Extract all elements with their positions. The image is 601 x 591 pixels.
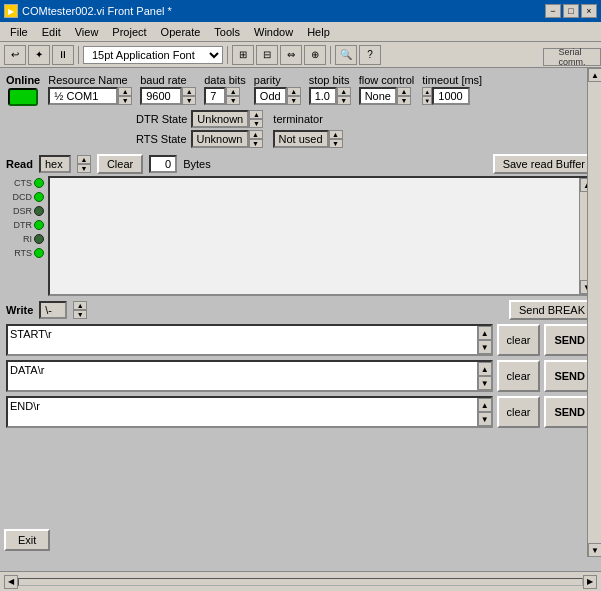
indicator-dtr: DTR — [10, 220, 44, 230]
hscroll-track — [18, 578, 583, 586]
toolbar-btn-4[interactable]: ⊞ — [232, 45, 254, 65]
toolbar-btn-help[interactable]: ? — [359, 45, 381, 65]
dcd-label: DCD — [10, 192, 32, 202]
timeout-up-btn[interactable]: ▲ — [422, 87, 432, 96]
parity-up-btn[interactable]: ▲ — [287, 87, 301, 96]
write-scroll-2-up[interactable]: ▲ — [478, 398, 492, 412]
cts-led — [34, 178, 44, 188]
resource-down-btn[interactable]: ▼ — [118, 96, 132, 105]
clear-button[interactable]: Clear — [97, 154, 143, 174]
stopbits-down-btn[interactable]: ▼ — [337, 96, 351, 105]
read-format-up-btn[interactable]: ▲ — [77, 155, 91, 164]
menu-window[interactable]: Window — [248, 24, 299, 40]
write-scroll-1-up[interactable]: ▲ — [478, 362, 492, 376]
write-field-1[interactable]: DATA\r ▲ ▼ — [6, 360, 493, 392]
rts-led — [34, 248, 44, 258]
terminator-label: terminator — [273, 113, 323, 125]
rts-state-field[interactable]: Unknown — [191, 130, 249, 148]
main-scroll-down[interactable]: ▼ — [588, 543, 601, 557]
save-read-buffer-button[interactable]: Save read Buffer — [493, 154, 595, 174]
online-led — [8, 88, 38, 106]
write-field-2[interactable]: END\r ▲ ▼ — [6, 396, 493, 428]
write-scroll-1-down[interactable]: ▼ — [478, 376, 492, 390]
menubar: File Edit View Project Operate Tools Win… — [0, 22, 601, 42]
dtr-down-btn[interactable]: ▼ — [249, 119, 263, 128]
rts-down-btn[interactable]: ▼ — [249, 139, 263, 148]
dtr-up-btn[interactable]: ▲ — [249, 110, 263, 119]
stopbits-up-btn[interactable]: ▲ — [337, 87, 351, 96]
write-field-0[interactable]: START\r ▲ ▼ — [6, 324, 493, 356]
flowcontrol-down-btn[interactable]: ▼ — [397, 96, 411, 105]
send-break-button[interactable]: Send BREAK — [509, 300, 595, 320]
dtr-state-field[interactable]: Unknown — [191, 110, 249, 128]
terminator-field[interactable]: Not used — [273, 130, 329, 148]
menu-operate[interactable]: Operate — [155, 24, 207, 40]
clear-write-0-button[interactable]: clear — [497, 324, 541, 356]
maximize-button[interactable]: □ — [563, 4, 579, 18]
hscroll-left[interactable]: ◀ — [4, 575, 18, 589]
toolbar-sep-2 — [227, 46, 228, 64]
menu-help[interactable]: Help — [301, 24, 336, 40]
toolbar-btn-7[interactable]: ⊕ — [304, 45, 326, 65]
toolbar-btn-1[interactable]: ↩ — [4, 45, 26, 65]
exit-button[interactable]: Exit — [4, 529, 50, 551]
resource-up-btn[interactable]: ▲ — [118, 87, 132, 96]
close-button[interactable]: × — [581, 4, 597, 18]
write-scroll-0-up[interactable]: ▲ — [478, 326, 492, 340]
toolbar-btn-3[interactable]: ⏸ — [52, 45, 74, 65]
read-format-field[interactable]: hex — [39, 155, 71, 173]
toolbar-sep-1 — [78, 46, 79, 64]
menu-file[interactable]: File — [4, 24, 34, 40]
menu-tools[interactable]: Tools — [208, 24, 246, 40]
bottom-scrollbar: ◀ ▶ — [0, 571, 601, 591]
write-escape-up-btn[interactable]: ▲ — [73, 301, 87, 310]
main-scroll-up[interactable]: ▲ — [588, 68, 601, 82]
menu-edit[interactable]: Edit — [36, 24, 67, 40]
timeout-down-btn[interactable]: ▼ — [422, 96, 432, 105]
serial-comm-logo: Serialcomm. — [543, 48, 601, 66]
write-label: Write — [6, 304, 33, 316]
databits-down-btn[interactable]: ▼ — [226, 96, 240, 105]
bytes-label: Bytes — [183, 158, 211, 170]
menu-view[interactable]: View — [69, 24, 105, 40]
baud-label: baud rate — [140, 74, 196, 86]
rts-state-label: RTS State — [136, 133, 187, 145]
write-scroll-1: ▲ ▼ — [477, 362, 491, 390]
write-escape-down-btn[interactable]: ▼ — [73, 310, 87, 319]
app-icon: ▶ — [4, 4, 18, 18]
flowcontrol-field[interactable]: None — [359, 87, 397, 105]
baud-up-btn[interactable]: ▲ — [182, 87, 196, 96]
toolbar-btn-2[interactable]: ✦ — [28, 45, 50, 65]
stopbits-label: stop bits — [309, 74, 351, 86]
databits-up-btn[interactable]: ▲ — [226, 87, 240, 96]
parity-field[interactable]: Odd — [254, 87, 287, 105]
minimize-button[interactable]: − — [545, 4, 561, 18]
terminator-up-btn[interactable]: ▲ — [329, 130, 343, 139]
terminator-down-btn[interactable]: ▼ — [329, 139, 343, 148]
write-row-0: START\r ▲ ▼ clear SEND — [6, 324, 595, 356]
clear-write-2-button[interactable]: clear — [497, 396, 541, 428]
window-title: COMtester002.vi Front Panel * — [22, 5, 172, 17]
rts-up-btn[interactable]: ▲ — [249, 130, 263, 139]
read-format-down-btn[interactable]: ▼ — [77, 164, 91, 173]
font-selector[interactable]: 15pt Application Font — [83, 46, 223, 64]
stopbits-field[interactable]: 1.0 — [309, 87, 337, 105]
baud-down-btn[interactable]: ▼ — [182, 96, 196, 105]
write-escape-field[interactable]: \- — [39, 301, 67, 319]
flowcontrol-up-btn[interactable]: ▲ — [397, 87, 411, 96]
write-scroll-2-down[interactable]: ▼ — [478, 412, 492, 426]
parity-down-btn[interactable]: ▼ — [287, 96, 301, 105]
hscroll-right[interactable]: ▶ — [583, 575, 597, 589]
timeout-field[interactable]: 1000 — [432, 87, 470, 105]
baud-field[interactable]: 9600 — [140, 87, 182, 105]
clear-write-1-button[interactable]: clear — [497, 360, 541, 392]
toolbar-btn-5[interactable]: ⊟ — [256, 45, 278, 65]
toolbar-btn-6[interactable]: ⇔ — [280, 45, 302, 65]
ri-led — [34, 234, 44, 244]
toolbar-btn-search[interactable]: 🔍 — [335, 45, 357, 65]
indicator-ri: RI — [10, 234, 44, 244]
databits-field[interactable]: 7 — [204, 87, 226, 105]
write-scroll-0-down[interactable]: ▼ — [478, 340, 492, 354]
menu-project[interactable]: Project — [106, 24, 152, 40]
resource-name-field[interactable]: ½ COM1 — [48, 87, 118, 105]
